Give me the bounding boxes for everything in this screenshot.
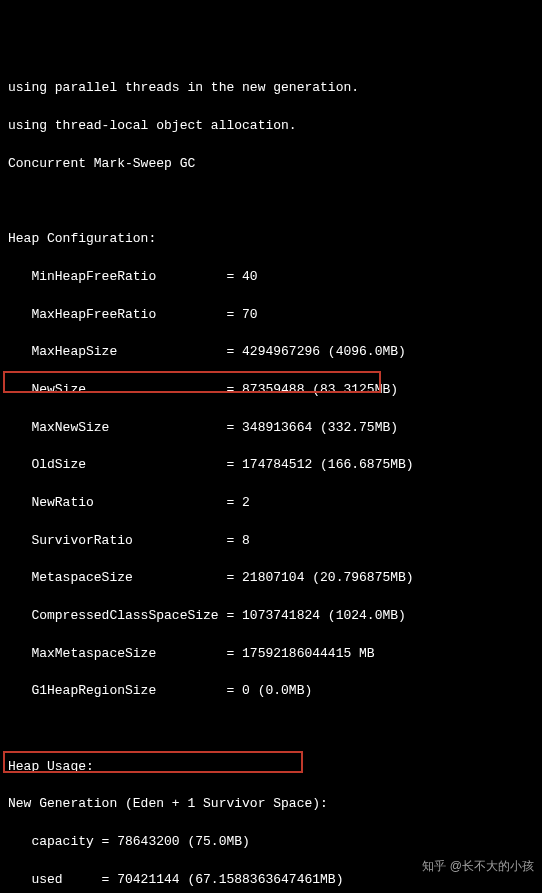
heap-config-row: MetaspaceSize = 21807104 (20.796875MB) xyxy=(8,569,534,588)
heap-config-row: G1HeapRegionSize = 0 (0.0MB) xyxy=(8,682,534,701)
blank-line xyxy=(8,192,534,211)
heap-config-row: MinHeapFreeRatio = 40 xyxy=(8,268,534,287)
heap-config-row: NewRatio = 2 xyxy=(8,494,534,513)
output-line: Concurrent Mark-Sweep GC xyxy=(8,155,534,174)
heap-config-row: SurvivorRatio = 8 xyxy=(8,532,534,551)
output-line: using thread-local object allocation. xyxy=(8,117,534,136)
heap-usage-title: Heap Usage: xyxy=(8,758,534,777)
heap-config-row: MaxHeapFreeRatio = 70 xyxy=(8,306,534,325)
heap-config-row: MaxHeapSize = 4294967296 (4096.0MB) xyxy=(8,343,534,362)
heap-config-row: MaxMetaspaceSize = 17592186044415 MB xyxy=(8,645,534,664)
watermark-text: 知乎 @长不大的小孩 xyxy=(422,858,534,875)
newgen-title: New Generation (Eden + 1 Survivor Space)… xyxy=(8,795,534,814)
output-line: using parallel threads in the new genera… xyxy=(8,79,534,98)
heap-config-row: CompressedClassSpaceSize = 1073741824 (1… xyxy=(8,607,534,626)
heap-config-row: MaxNewSize = 348913664 (332.75MB) xyxy=(8,419,534,438)
blank-line xyxy=(8,720,534,739)
newgen-row: capacity = 78643200 (75.0MB) xyxy=(8,833,534,852)
heap-config-row: OldSize = 174784512 (166.6875MB) xyxy=(8,456,534,475)
heap-config-row: NewSize = 87359488 (83.3125MB) xyxy=(8,381,534,400)
heap-config-title: Heap Configuration: xyxy=(8,230,534,249)
